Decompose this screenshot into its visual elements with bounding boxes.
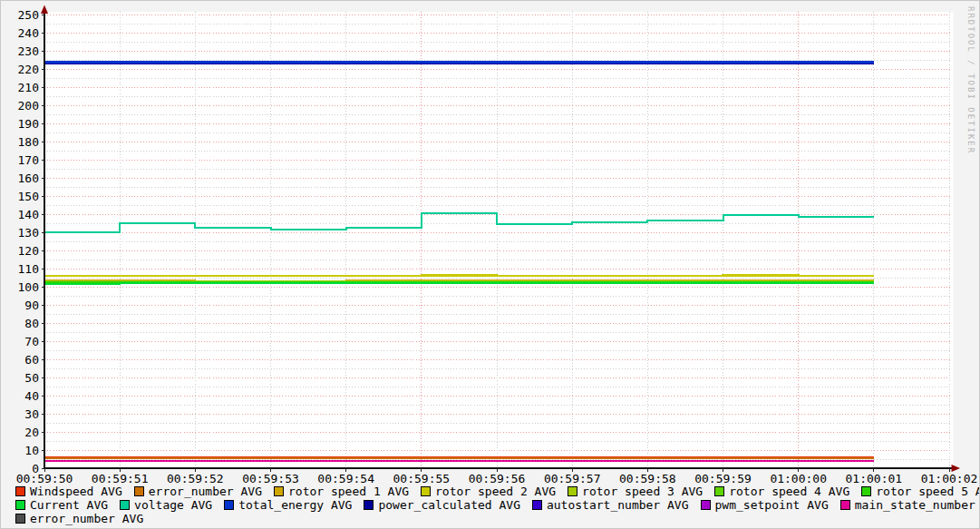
y-axis-label: 180 (18, 135, 39, 149)
rrdtool-graph: 0102030405060708090100110120130140150160… (0, 0, 980, 529)
legend-label: main_state_number AVG (855, 498, 980, 512)
y-axis-label: 120 (18, 244, 39, 258)
legend-swatch-icon (840, 500, 850, 510)
y-axis-label: 190 (18, 117, 39, 131)
y-axis-label: 140 (18, 208, 39, 221)
y-axis-label: 210 (18, 81, 39, 94)
y-axis-label: 150 (18, 190, 39, 203)
legend-item: power_calculated AVG (364, 498, 520, 512)
y-axis-label: 60 (24, 353, 39, 367)
x-axis-label: 00:59:59 (694, 472, 752, 485)
legend-item: Current AVG (15, 498, 108, 512)
legend: Windspeed AVGerror_number AVGrotor speed… (1, 485, 979, 525)
legend-swatch-icon (568, 486, 577, 496)
legend-label: rotor speed 5 AVG (876, 485, 980, 498)
y-axis-label: 30 (24, 407, 39, 421)
x-axis-label: 01:00:00 (770, 472, 827, 485)
legend-label: pwm_setpoint AVG (715, 498, 829, 512)
x-axis-label: 00:59:58 (619, 472, 676, 485)
legend-swatch-icon (274, 486, 284, 496)
legend-label: power_calculated AVG (378, 498, 520, 512)
legend-swatch-icon (532, 500, 542, 510)
legend-swatch-icon (224, 500, 234, 510)
legend-item: rotor speed 4 AVG (714, 485, 849, 498)
legend-item: voltage AVG (120, 498, 212, 512)
legend-swatch-icon (421, 486, 431, 496)
legend-label: rotor speed 4 AVG (729, 485, 849, 498)
legend-item: pwm_setpoint AVG (701, 498, 829, 512)
y-axis-label: 230 (18, 44, 39, 58)
legend-swatch-icon (861, 486, 871, 496)
y-axis-label: 240 (18, 26, 39, 40)
legend-row: Windspeed AVGerror_number AVGrotor speed… (1, 485, 979, 497)
legend-swatch-icon (134, 486, 144, 496)
legend-swatch-icon (120, 500, 130, 510)
y-axis-label: 20 (24, 426, 39, 439)
x-axis-label: 00:59:57 (544, 472, 601, 485)
legend-swatch-icon (15, 500, 25, 510)
legend-item: main_state_number AVG (840, 498, 980, 512)
legend-item: Windspeed AVG (15, 485, 122, 498)
legend-item: total_energy AVG (224, 498, 352, 512)
legend-row: error_number AVG (1, 512, 979, 524)
y-axis-label: 160 (18, 171, 39, 185)
legend-swatch-icon (15, 486, 25, 496)
y-axis-label: 90 (24, 299, 39, 312)
legend-item: rotor speed 1 AVG (274, 485, 409, 498)
legend-label: error_number AVG (149, 485, 262, 498)
x-axis-label: 00:59:54 (317, 472, 374, 485)
y-axis-label: 70 (24, 335, 39, 348)
x-axis-arrow-icon (952, 465, 961, 472)
y-axis-label: 100 (18, 280, 39, 294)
y-axis-label: 250 (18, 8, 39, 22)
y-axis-arrow-icon (41, 5, 48, 15)
y-axis-label: 130 (18, 226, 39, 240)
x-axis-label: 00:59:56 (469, 472, 526, 485)
legend-label: Windspeed AVG (30, 485, 122, 498)
legend-swatch-icon (364, 500, 374, 510)
legend-label: total_energy AVG (238, 498, 352, 512)
legend-label: Current AVG (30, 498, 108, 512)
y-axis-label: 110 (18, 262, 39, 276)
series-line-rotor-speed-2 (44, 275, 874, 276)
legend-label: voltage AVG (134, 498, 212, 512)
legend-swatch-icon (714, 486, 724, 496)
x-axis-label: 00:59:53 (242, 472, 299, 485)
y-axis-label: 50 (24, 371, 39, 385)
legend-item: rotor speed 3 AVG (568, 485, 703, 498)
legend-item: rotor speed 5 AVG (861, 485, 980, 498)
legend-item: rotor speed 2 AVG (421, 485, 556, 498)
legend-label: rotor speed 3 AVG (582, 485, 703, 498)
legend-label: autostart_number AVG (547, 498, 689, 512)
x-axis-label: 00:59:50 (16, 472, 73, 485)
rrdtool-watermark: RRDTOOL / TOBI OETIKER (966, 6, 975, 154)
y-axis-label: 220 (18, 63, 39, 76)
legend-item: error_number AVG (134, 485, 262, 498)
legend-label: error_number AVG (30, 512, 143, 525)
plot-background (45, 12, 954, 468)
x-axis-label: 01:00:01 (846, 472, 903, 485)
x-axis-label: 00:59:51 (92, 472, 149, 485)
x-axis-label: 01:00:02 (921, 472, 978, 485)
x-axis-label: 00:59:52 (167, 472, 224, 485)
legend-swatch-icon (701, 500, 711, 510)
legend-item: error_number AVG (15, 512, 143, 525)
chart-plot: 0102030405060708090100110120130140150160… (1, 1, 980, 485)
legend-swatch-icon (15, 514, 25, 524)
legend-label: rotor speed 2 AVG (435, 485, 556, 498)
legend-row: Current AVGvoltage AVGtotal_energy AVGpo… (1, 498, 979, 511)
y-axis-label: 170 (18, 153, 39, 167)
legend-item: autostart_number AVG (532, 498, 689, 512)
y-axis-label: 40 (24, 389, 39, 403)
y-axis-label: 80 (24, 317, 39, 330)
x-axis-label: 00:59:55 (393, 472, 451, 485)
legend-label: rotor speed 1 AVG (288, 485, 409, 498)
y-axis-label: 200 (18, 99, 39, 113)
y-axis-label: 10 (24, 444, 39, 457)
